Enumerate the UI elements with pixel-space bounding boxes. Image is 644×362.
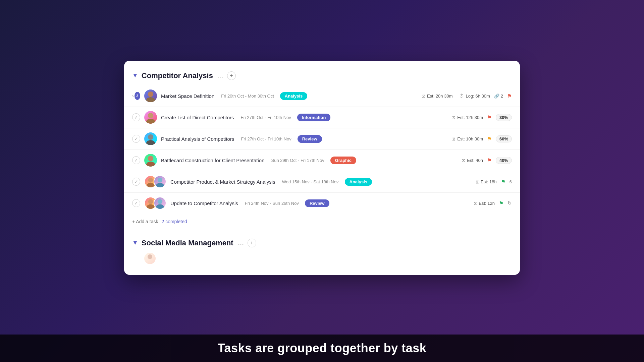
bottom-caption: Tasks are grouped together by task [0,335,644,362]
svg-point-1 [146,97,155,102]
avatar [144,132,157,145]
group-menu-btn-social[interactable]: ... [238,239,244,246]
flag-icon[interactable]: ⚑ [487,114,492,121]
check-btn[interactable]: ✓ [132,135,140,143]
task-badge[interactable]: Information [297,114,331,121]
main-card: ▼ Competitor Analysis ... + › 3 Market S… [124,61,520,275]
svg-point-6 [148,156,153,161]
task-badge[interactable]: Graphic [330,157,356,164]
refresh-icon[interactable]: ↻ [507,200,512,206]
hourglass-icon: ⧖ [422,93,425,99]
svg-point-0 [148,92,153,97]
task-row: ✓ Practical Analysis of Competitors Fri … [124,128,520,150]
expand-count[interactable]: 3 [135,92,140,100]
check-icon: ✓ [134,200,138,206]
task-est: ⧖ Est: 12h 30m [452,115,483,120]
add-task-row: + Add a task 2 completed [124,214,520,226]
add-task-button[interactable]: + Add a task [132,219,158,224]
task-percent: 40% [496,157,512,164]
group-title-competitor: Competitor Analysis [142,71,213,80]
svg-point-16 [148,254,152,259]
avatar-stack [144,197,166,209]
task-dates: Fri 27th Oct - Fri 10th Nov [241,115,291,120]
task-log: ⏱ Log: 6h 30m [459,93,490,99]
task-est: ⧖ Est: 40h [462,158,483,163]
check-icon: ✓ [134,115,138,120]
hourglass-icon: ⧖ [476,179,479,185]
task-dates: Wed 15th Nov - Sat 18th Nov [282,179,339,184]
svg-point-13 [147,204,154,209]
expand-chevron-icon: › [132,93,134,99]
hourglass-icon: ⧖ [474,200,477,206]
task-badge[interactable]: Analysis [345,178,372,186]
check-icon: ✓ [134,136,138,141]
avatar [154,197,166,209]
svg-point-9 [147,183,154,188]
hourglass-icon: ⧖ [452,136,455,142]
svg-point-12 [148,199,153,204]
task-list-competitor: › 3 Market Space Definition Fri 20th Oct… [124,85,520,214]
group-header-competitor: ▼ Competitor Analysis ... + [124,71,520,85]
task-est: ⧖ Est: 18h [476,179,497,185]
group-chevron-competitor[interactable]: ▼ [132,72,138,79]
task-row: › 3 Market Space Definition Fri 20th Oct… [124,85,520,107]
group-title-social: Social Media Management [142,239,233,247]
partial-row-hint [124,247,520,267]
task-row: ✓ Battlecard Construction for Client Pre… [124,150,520,171]
task-name[interactable]: Create List of Direct Competitors [161,115,234,120]
completed-badge[interactable]: 2 completed [161,219,187,224]
flag-icon[interactable]: ⚑ [499,200,503,206]
extra-text: 6 [509,179,512,184]
task-badge[interactable]: Analysis [280,92,307,100]
group-add-btn-social[interactable]: + [248,239,256,247]
svg-point-11 [156,183,164,188]
caption-text: Tasks are grouped together by task [218,341,427,355]
flag-icon[interactable]: ⚑ [501,179,505,185]
task-badge[interactable]: Review [305,199,329,207]
svg-point-14 [158,199,162,204]
group-chevron-social[interactable]: ▼ [132,239,138,246]
group-header-social: ▼ Social Media Management ... + [124,233,520,247]
expand-btn-market[interactable]: › 3 [132,92,140,100]
task-dates: Fri 27th Oct - Fri 10th Nov [241,136,291,141]
task-name[interactable]: Battlecard Construction for Client Prese… [161,158,265,163]
check-btn[interactable]: ✓ [132,113,140,121]
avatar [144,111,157,124]
svg-point-4 [148,134,153,140]
svg-point-7 [146,162,155,167]
flag-icon[interactable]: ⚑ [487,157,492,164]
svg-point-8 [148,178,153,182]
clock-icon: ⏱ [459,93,464,99]
check-icon: ✓ [134,179,138,184]
task-attachments: 🔗 2 [494,94,503,99]
task-row: ✓ Update to Competitor Analysis Fri 24th… [124,193,520,214]
check-btn[interactable]: ✓ [132,156,140,164]
task-est: ⧖ Est: 10h 30m [452,136,483,142]
task-est: ⧖ Est: 12h [474,200,495,206]
check-btn[interactable]: ✓ [132,199,140,207]
task-percent: 30% [496,114,512,121]
avatar [144,253,156,264]
avatar [144,154,157,167]
task-dates: Fri 24th Nov - Sun 26th Nov [245,201,299,206]
task-name[interactable]: Market Space Definition [161,93,214,99]
flag-icon[interactable]: ⚑ [487,136,492,142]
hourglass-icon: ⧖ [452,115,455,120]
check-btn[interactable]: ✓ [132,178,140,186]
task-row: ✓ Competitor Product & Market Strategy A… [124,171,520,193]
task-badge[interactable]: Review [298,135,322,143]
flag-icon[interactable]: ⚑ [507,93,512,99]
hourglass-icon: ⧖ [462,158,465,163]
task-name[interactable]: Update to Competitor Analysis [170,200,238,206]
task-est: ⧖ Est: 20h 30m [422,93,453,99]
task-name[interactable]: Competitor Product & Market Strategy Ana… [170,179,275,185]
avatar [154,175,166,188]
task-dates: Fri 20th Oct - Mon 30th Oct [221,94,274,99]
task-name[interactable]: Practical Analysis of Competitors [161,136,234,142]
svg-point-5 [146,140,155,145]
group-menu-btn-competitor[interactable]: ... [218,72,224,79]
svg-point-3 [146,119,155,124]
group-add-btn-competitor[interactable]: + [227,71,236,80]
svg-point-2 [148,113,153,118]
task-row: ✓ Create List of Direct Competitors Fri … [124,107,520,128]
